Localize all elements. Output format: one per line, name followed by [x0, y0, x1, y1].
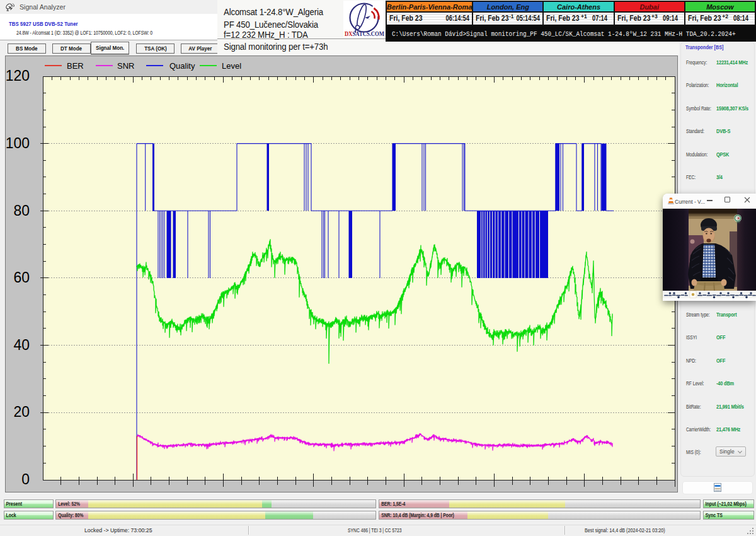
svg-text:DXSATCS.COM: DXSATCS.COM [345, 30, 384, 37]
